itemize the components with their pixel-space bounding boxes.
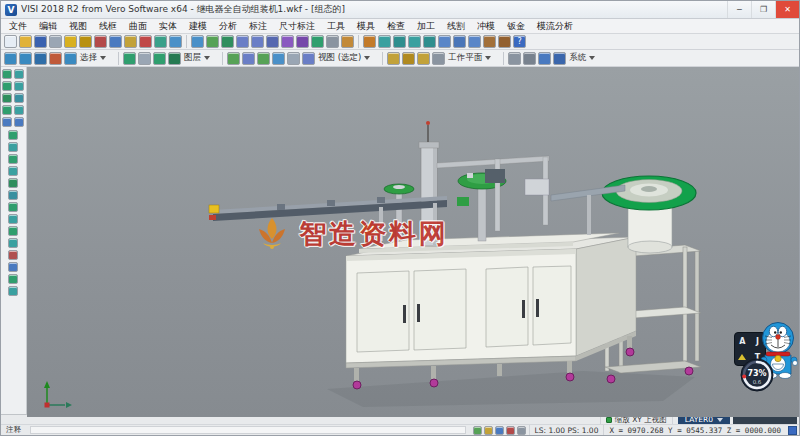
dropdown-caret-icon[interactable] (364, 56, 370, 60)
extrude-tool-icon[interactable] (468, 35, 481, 48)
menu-item[interactable]: 编辑 (33, 19, 63, 34)
copy-icon[interactable] (109, 35, 122, 48)
point-tool-icon[interactable] (378, 35, 391, 48)
menu-item[interactable]: 尺寸标注 (273, 19, 321, 34)
side-measure-icon[interactable] (8, 238, 18, 248)
side-arc-icon[interactable] (2, 93, 12, 103)
boolean-tool-icon[interactable] (483, 35, 496, 48)
side-move-icon[interactable] (8, 154, 18, 164)
view-zoom-selected-icon[interactable] (272, 52, 285, 65)
system-settings-icon[interactable] (508, 52, 521, 65)
snap-grid-icon[interactable] (473, 426, 482, 435)
layer-on-icon[interactable] (123, 52, 136, 65)
view-shade-icon[interactable] (242, 52, 255, 65)
layer-caret-icon[interactable] (717, 418, 723, 422)
side-properties-icon[interactable] (8, 262, 18, 272)
invert-selection-icon[interactable] (64, 52, 77, 65)
arc-tool-icon[interactable] (408, 35, 421, 48)
side-copy-icon[interactable] (8, 190, 18, 200)
side-line-icon[interactable] (2, 81, 12, 91)
snap-midpoint-icon[interactable] (495, 426, 504, 435)
save-file-icon[interactable] (34, 35, 47, 48)
menu-item[interactable]: 文件 (3, 19, 33, 34)
menu-item[interactable]: 模具 (351, 19, 381, 34)
menu-item[interactable]: 工具 (321, 19, 351, 34)
workplane-xz-icon[interactable] (402, 52, 415, 65)
menu-item[interactable]: 线框 (93, 19, 123, 34)
side-circle-icon[interactable] (14, 93, 24, 103)
side-extend-icon[interactable] (8, 142, 18, 152)
side-rotate-icon[interactable] (8, 166, 18, 176)
pan-view-icon[interactable] (206, 35, 219, 48)
box-select-icon[interactable] (34, 52, 47, 65)
menu-item[interactable]: 检查 (381, 19, 411, 34)
side-trim-icon[interactable] (8, 130, 18, 140)
undo-icon[interactable] (64, 35, 77, 48)
view-letter-a[interactable]: A (739, 337, 745, 346)
command-prompt-field[interactable] (30, 426, 466, 434)
system-info-icon[interactable] (538, 52, 551, 65)
dropdown-caret-icon[interactable] (100, 56, 106, 60)
menu-item[interactable]: 标注 (243, 19, 273, 34)
side-group-icon[interactable] (8, 286, 18, 296)
menu-item[interactable]: 模流分析 (531, 19, 579, 34)
wireframe-mode-icon[interactable] (296, 35, 309, 48)
menu-item[interactable]: 线割 (441, 19, 471, 34)
menu-item[interactable]: 冲模 (471, 19, 501, 34)
menu-item[interactable]: 视图 (63, 19, 93, 34)
zoom-fit-icon[interactable] (191, 35, 204, 48)
workplane-xy-icon[interactable] (387, 52, 400, 65)
print-icon[interactable] (49, 35, 62, 48)
layer-new-icon[interactable] (168, 52, 181, 65)
chain-select-icon[interactable] (19, 52, 32, 65)
side-hatch-icon[interactable] (8, 226, 18, 236)
side-rectangle-icon[interactable] (2, 105, 12, 115)
side-select-icon[interactable] (2, 69, 12, 79)
select-mode-icon[interactable] (4, 52, 17, 65)
maximize-button[interactable]: ❐ (751, 1, 775, 18)
side-text-icon[interactable] (8, 214, 18, 224)
menu-item[interactable]: 分析 (213, 19, 243, 34)
redo-icon[interactable] (79, 35, 92, 48)
view-iso-icon[interactable] (266, 35, 279, 48)
menu-item[interactable]: 曲面 (123, 19, 153, 34)
dropdown-caret-icon[interactable] (204, 56, 210, 60)
shaded-mode-icon[interactable] (281, 35, 294, 48)
rotate-view-icon[interactable] (221, 35, 234, 48)
layer-manager-icon[interactable] (311, 35, 324, 48)
side-spline-icon[interactable] (14, 105, 24, 115)
workplane-custom-icon[interactable] (432, 52, 445, 65)
view-previous-icon[interactable] (287, 52, 300, 65)
side-dimension-icon[interactable] (8, 202, 18, 212)
solid-tool-icon[interactable] (453, 35, 466, 48)
dropdown-caret-icon[interactable] (485, 56, 491, 60)
resize-grip-icon[interactable] (788, 426, 797, 435)
side-scale-icon[interactable] (8, 178, 18, 188)
menu-item[interactable]: 实体 (153, 19, 183, 34)
side-mirror-icon[interactable] (14, 117, 24, 127)
snap-center-icon[interactable] (506, 426, 515, 435)
circle-tool-icon[interactable] (423, 35, 436, 48)
fillet-tool-icon[interactable] (498, 35, 511, 48)
side-delete-icon[interactable] (8, 250, 18, 260)
paste-icon[interactable] (124, 35, 137, 48)
view-store-icon[interactable] (302, 52, 315, 65)
layer-current-icon[interactable] (153, 52, 166, 65)
side-point-icon[interactable] (14, 69, 24, 79)
3d-viewport[interactable]: 智造资料网 A J T (27, 67, 799, 417)
view-front-icon[interactable] (251, 35, 264, 48)
measure-icon[interactable] (363, 35, 376, 48)
workplane-yz-icon[interactable] (417, 52, 430, 65)
minimize-button[interactable]: ─ (727, 1, 751, 18)
view-dynamic-rotate-icon[interactable] (257, 52, 270, 65)
open-file-icon[interactable] (19, 35, 32, 48)
ortho-mode-icon[interactable] (517, 426, 526, 435)
cut-icon[interactable] (94, 35, 107, 48)
close-button[interactable]: ✕ (775, 1, 799, 18)
snap-settings-icon[interactable] (341, 35, 354, 48)
help-icon[interactable]: ? (513, 35, 526, 48)
system-attributes-icon[interactable] (523, 52, 536, 65)
side-offset-icon[interactable] (2, 117, 12, 127)
view-refresh-icon[interactable] (227, 52, 240, 65)
selection-filter-icon[interactable] (154, 35, 167, 48)
